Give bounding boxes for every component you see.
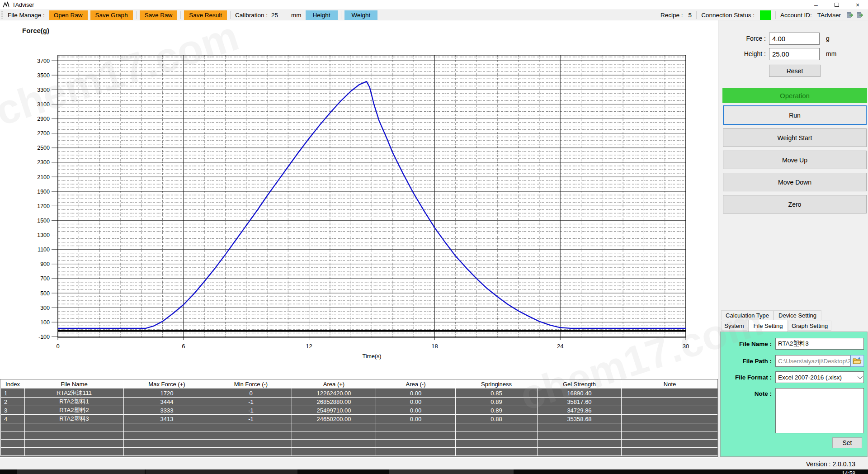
save-raw-button[interactable]: Save Raw	[140, 10, 178, 20]
taskbar-item[interactable]	[17, 469, 145, 474]
tab-system[interactable]: System	[721, 321, 747, 331]
login-icon[interactable]	[846, 11, 854, 19]
tab-file-setting[interactable]: File Setting	[748, 320, 788, 332]
weight-button[interactable]: Weight	[344, 10, 378, 20]
file-format-label: File Format :	[722, 374, 772, 381]
column-header[interactable]: File Name	[25, 380, 123, 389]
table-row[interactable]: 2RTA2塑料13444-126852880.000.000.8935817.6…	[1, 398, 718, 406]
operation-button[interactable]: Operation	[722, 88, 867, 103]
column-header[interactable]: Max Force (+)	[124, 380, 210, 389]
file-name-input[interactable]	[775, 338, 864, 350]
svg-text:3100: 3100	[37, 101, 50, 108]
table-cell: 1720	[124, 389, 210, 397]
height-button[interactable]: Height	[306, 10, 338, 20]
file-name-label: File Name :	[726, 341, 772, 347]
table-row-empty[interactable]	[1, 431, 718, 439]
account-id-value: TAdviser	[817, 12, 841, 19]
version-text: Version : 2.0.0.13	[806, 460, 855, 468]
open-raw-button[interactable]: Open Raw	[49, 10, 88, 20]
table-cell	[376, 440, 455, 447]
calibration-input[interactable]	[270, 11, 288, 19]
column-header[interactable]: Gel Strength	[538, 380, 621, 389]
file-format-select[interactable]: Excel 2007-2016 (.xlsx)	[775, 371, 864, 383]
table-cell	[456, 431, 537, 439]
file-format-value: Excel 2007-2016 (.xlsx)	[778, 374, 842, 381]
table-cell: 26852880.00	[292, 398, 376, 406]
svg-text:2700: 2700	[37, 130, 50, 137]
column-header[interactable]: Area (-)	[376, 380, 455, 389]
table-cell	[456, 448, 537, 455]
tab-device-setting[interactable]: Device Setting	[774, 310, 821, 320]
table-cell	[622, 431, 718, 439]
run-button[interactable]: Run	[723, 105, 867, 125]
svg-text:3500: 3500	[37, 72, 50, 79]
logout-icon[interactable]	[856, 11, 863, 19]
table-cell: 3333	[124, 406, 210, 414]
table-cell: -1	[210, 415, 292, 423]
svg-text:1900: 1900	[37, 189, 50, 195]
force-input[interactable]	[769, 33, 820, 45]
connection-status-indicator	[760, 10, 771, 20]
force-label: Force :	[723, 35, 766, 42]
table-row-empty[interactable]	[1, 423, 718, 431]
browse-folder-button[interactable]	[850, 355, 864, 367]
toolbar-separator	[696, 11, 697, 19]
table-cell	[25, 423, 123, 431]
table-cell	[622, 423, 718, 431]
toolbar-separator	[230, 11, 231, 19]
column-header[interactable]: Area (+)	[292, 380, 376, 389]
taskbar-clock: 14:58	[842, 470, 855, 474]
svg-text:1500: 1500	[37, 218, 50, 224]
window-title: TAdviser	[12, 2, 34, 8]
note-textarea[interactable]	[775, 388, 864, 433]
weight-start-button[interactable]: Weight Start	[723, 128, 867, 147]
reset-button[interactable]: Reset	[769, 65, 821, 77]
column-header[interactable]: Index	[1, 380, 24, 389]
table-cell	[292, 431, 376, 439]
table-cell: 25499710.00	[292, 406, 376, 414]
file-path-label: File Path :	[726, 358, 772, 365]
table-cell	[292, 423, 376, 431]
recipe-label: Recipe :	[660, 12, 683, 19]
set-button[interactable]: Set	[832, 437, 862, 448]
move-down-button[interactable]: Move Down	[723, 173, 867, 191]
zero-button[interactable]: Zero	[723, 195, 867, 213]
table-row[interactable]: 3RTA2塑料23333-125499710.000.000.8934729.8…	[1, 406, 718, 414]
table-cell	[210, 440, 292, 447]
tab-graph-setting[interactable]: Graph Setting	[788, 321, 831, 331]
table-cell: 16890.40	[538, 389, 621, 397]
tab-calculation-type[interactable]: Calculation Type	[721, 310, 774, 320]
table-cell	[1, 423, 24, 431]
column-header[interactable]: Min Force (-)	[210, 380, 292, 389]
toolbar-separator	[775, 11, 776, 19]
table-row[interactable]: 1RTA2泡沫1111720012262420.000.000.8516890.…	[1, 389, 718, 397]
table-row[interactable]: 4RTA2塑料33413-124650200.000.000.8835358.6…	[1, 415, 718, 423]
note-label: Note :	[736, 390, 772, 397]
save-graph-button[interactable]: Save Graph	[90, 10, 133, 20]
taskbar-item[interactable]	[146, 469, 297, 474]
svg-text:2100: 2100	[37, 174, 50, 180]
table-cell	[376, 423, 455, 431]
svg-text:0: 0	[56, 343, 59, 350]
minimize-button[interactable]: –	[806, 0, 826, 10]
svg-text:Time(s): Time(s)	[363, 353, 382, 360]
svg-text:2500: 2500	[37, 145, 50, 151]
maximize-icon	[835, 3, 839, 7]
taskbar[interactable]: 14:58	[0, 469, 868, 474]
maximize-button[interactable]	[826, 0, 847, 10]
table-row-empty[interactable]	[1, 448, 718, 455]
column-header[interactable]: Note	[622, 380, 718, 389]
table-row-empty[interactable]	[1, 440, 718, 447]
svg-text:24: 24	[557, 343, 563, 350]
column-header[interactable]: Springiness	[456, 380, 537, 389]
file-path-input[interactable]: C:\Users\aiyaziji\Desktop\20	[775, 355, 850, 367]
table-cell	[210, 431, 292, 439]
close-button[interactable]: ×	[847, 0, 868, 10]
table-cell	[124, 423, 210, 431]
save-result-button[interactable]: Save Result	[184, 10, 227, 20]
taskbar-item[interactable]	[389, 469, 514, 474]
height-input[interactable]	[769, 48, 820, 60]
calibration-label: Calibration :	[235, 12, 268, 19]
move-up-button[interactable]: Move Up	[723, 151, 867, 169]
svg-text:300: 300	[40, 305, 50, 311]
